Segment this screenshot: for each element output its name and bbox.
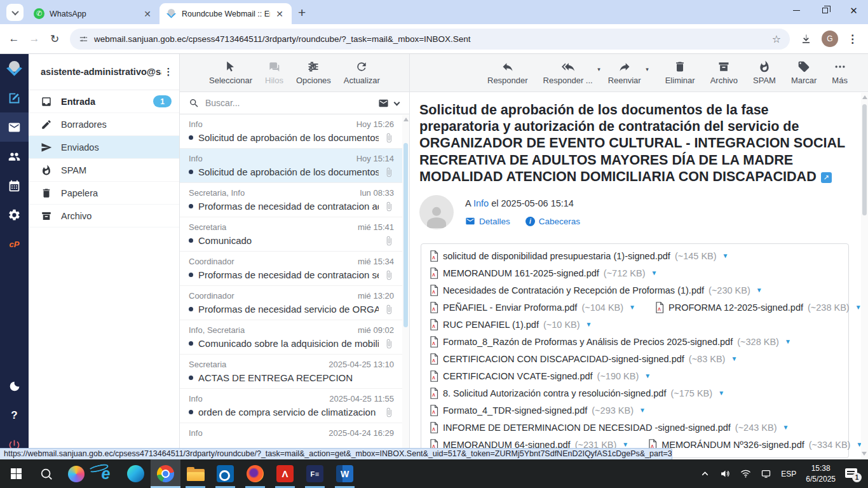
attachment-link[interactable]: ΛRUC PENAFIEL (1).pdf(~10 KB)▼ xyxy=(429,319,592,330)
attachment-link[interactable]: ΛFormato_4_TDR-signed-signed.pdf(~293 KB… xyxy=(429,405,646,416)
attachment-menu-caret-icon[interactable]: ▼ xyxy=(651,269,658,276)
attachment-menu-caret-icon[interactable]: ▼ xyxy=(783,424,789,431)
attachment-link[interactable]: ΛCERTIFICACION VCATE-signed.pdf(~190 KB)… xyxy=(429,370,651,382)
options-button[interactable]: Opciones xyxy=(296,60,331,85)
reading-scrollbar[interactable] xyxy=(861,93,868,459)
archive-button[interactable]: Archivo xyxy=(710,60,738,85)
contacts-nav-button[interactable] xyxy=(0,142,29,171)
word-button[interactable]: W xyxy=(330,459,360,488)
close-tab-icon[interactable]: ✕ xyxy=(142,10,153,18)
attachment-menu-caret-icon[interactable]: ▼ xyxy=(629,304,635,311)
attachment-link[interactable]: ΛMEMORANDUM 161-2025-signed.pdf(~712 KB)… xyxy=(429,268,657,279)
dropdown-caret-icon[interactable]: ▾ xyxy=(597,66,600,72)
reload-button[interactable]: ↻ xyxy=(44,29,65,49)
message-row[interactable]: Info, Secretariamié 09:02 Comunicado sob… xyxy=(180,320,409,355)
attachment-link[interactable]: ΛCERTIFICACION CON DISCAPACIDAD-signed-s… xyxy=(429,353,737,365)
copilot-button[interactable] xyxy=(61,459,91,488)
folder-borradores[interactable]: Borradores xyxy=(29,113,179,136)
profile-avatar[interactable]: G xyxy=(822,30,838,47)
details-toggle[interactable]: Detalles xyxy=(465,216,510,226)
dark-mode-button[interactable] xyxy=(0,372,29,401)
outlook-button[interactable] xyxy=(210,459,240,488)
acrobat-button[interactable]: Λ xyxy=(270,459,300,488)
attachment-link[interactable]: ΛFormato_8_Razón de Proformas y Análisis… xyxy=(429,336,791,348)
tab-roundcube[interactable]: Roundcube Webmail :: Enviados ✕ xyxy=(159,3,292,24)
fes-app-button[interactable]: F≡ xyxy=(300,459,330,488)
message-row[interactable]: Coordinadormié 15:34 Proformas de necesi… xyxy=(180,252,409,286)
forward-button[interactable]: Reenviar ▾ xyxy=(608,60,641,85)
volume-icon[interactable] xyxy=(720,468,731,479)
more-button[interactable]: Más xyxy=(832,60,848,85)
attachment-menu-caret-icon[interactable]: ▼ xyxy=(644,372,651,379)
scroll-up-icon[interactable] xyxy=(403,118,409,121)
attachment-menu-caret-icon[interactable]: ▼ xyxy=(622,441,628,448)
attachment-link[interactable]: ΛMEMORÁNDUM Nº326-signed.pdf(~334 KB)▼ xyxy=(648,439,862,451)
reply-all-button[interactable]: Responder ... ▾ xyxy=(543,60,593,85)
wifi-icon[interactable] xyxy=(740,468,751,479)
mark-button[interactable]: Marcar xyxy=(791,60,817,85)
message-row[interactable]: Secretaria, Infolun 08:33 Proformas de n… xyxy=(180,183,409,217)
list-scrollbar[interactable] xyxy=(402,115,409,459)
refresh-button[interactable]: Actualizar xyxy=(344,60,380,85)
attachment-link[interactable]: ΛINFORME DE DETERMINACION DE NECESIDAD -… xyxy=(429,422,789,433)
firefox-button[interactable] xyxy=(240,459,270,488)
url-text[interactable]: webmail.sanjuan.gob.ec/cpsess4713464511/… xyxy=(94,34,761,44)
action-center-button[interactable]: 1 xyxy=(845,467,860,481)
clock[interactable]: 15:38 6/5/2025 xyxy=(806,463,836,484)
attachment-link[interactable]: Λsolicitud de disponibilidad presupuesta… xyxy=(429,250,729,262)
roundcube-logo[interactable] xyxy=(0,54,29,83)
message-row[interactable]: Secretaria2025-04-25 13:10 ACTAS DE ENTR… xyxy=(180,355,409,389)
scrollbar-thumb[interactable] xyxy=(403,143,408,327)
minimize-button[interactable] xyxy=(782,0,811,21)
search-scope-envelope-icon[interactable] xyxy=(378,98,389,109)
bookmark-star-icon[interactable]: ☆ xyxy=(767,33,786,45)
scrollbar-thumb[interactable] xyxy=(862,104,867,215)
forward-button[interactable]: → xyxy=(24,29,44,49)
attachment-menu-caret-icon[interactable]: ▼ xyxy=(731,355,737,362)
start-button[interactable] xyxy=(1,459,31,488)
folder-entrada[interactable]: Entrada 1 xyxy=(29,90,179,113)
tab-whatsapp[interactable]: ✆ WhatsApp ✕ xyxy=(27,3,159,24)
headers-toggle[interactable]: i Cabeceras xyxy=(526,217,580,226)
keyboard-language[interactable]: ESP xyxy=(781,470,796,478)
folder-spam[interactable]: SPAM xyxy=(29,159,179,182)
close-window-button[interactable]: ✕ xyxy=(839,0,868,21)
restore-button[interactable] xyxy=(811,0,839,21)
cpanel-button[interactable]: cP xyxy=(0,229,29,259)
file-explorer-button[interactable] xyxy=(180,459,210,488)
compose-button[interactable] xyxy=(0,83,29,112)
calendar-nav-button[interactable] xyxy=(0,171,29,200)
search-input[interactable] xyxy=(205,98,372,108)
scroll-down-icon[interactable] xyxy=(862,452,867,456)
select-button[interactable]: Seleccionar xyxy=(209,60,252,85)
close-tab-icon[interactable]: ✕ xyxy=(274,10,285,18)
open-in-new-window-icon[interactable]: ↗ xyxy=(821,172,832,183)
attachment-link[interactable]: ΛPEÑAFIEL - Enviar Proforma.pdf(~104 KB)… xyxy=(429,302,635,313)
search-options-chevron-icon[interactable] xyxy=(394,99,400,105)
edge-button[interactable] xyxy=(121,459,151,488)
message-row[interactable]: InfoHoy 15:26 Solicitud de aprobación de… xyxy=(180,114,409,149)
chevron-up-icon[interactable] xyxy=(700,468,710,479)
message-row[interactable]: Coordinadormié 13:20 Proformas de necesi… xyxy=(180,286,409,320)
attachment-link[interactable]: Λ8. Solicitud Autorización contra y reso… xyxy=(429,388,724,399)
chrome-button[interactable] xyxy=(151,459,180,488)
site-settings-icon[interactable] xyxy=(79,34,88,44)
message-row-selected[interactable]: InfoHoy 15:14 Solicitud de aprobación de… xyxy=(180,149,409,183)
attachment-link[interactable]: ΛPROFORMA 12-2025-signed.pdf(~238 KB)▼ xyxy=(654,302,862,313)
tab-search-button[interactable] xyxy=(6,4,24,21)
browser-menu-button[interactable]: ⋮ xyxy=(843,32,862,46)
threads-button[interactable]: Hilos xyxy=(265,60,283,85)
account-menu-button[interactable]: ⋮ xyxy=(161,66,175,78)
attachment-menu-caret-icon[interactable]: ▼ xyxy=(639,407,646,414)
message-row[interactable]: Secretariamié 15:41 Comunicado xyxy=(180,217,409,252)
help-button[interactable]: ? xyxy=(0,401,29,430)
back-button[interactable]: ← xyxy=(4,29,24,49)
recipient-link[interactable]: Info xyxy=(473,198,489,208)
folder-papelera[interactable]: Papelera xyxy=(29,182,179,205)
attachment-menu-caret-icon[interactable]: ▼ xyxy=(756,287,763,294)
address-bar[interactable]: webmail.sanjuan.gob.ec/cpsess4713464511/… xyxy=(70,29,790,50)
internet-explorer-button[interactable]: e xyxy=(91,459,121,488)
new-tab-button[interactable]: + xyxy=(298,6,306,19)
attachment-menu-caret-icon[interactable]: ▼ xyxy=(718,390,724,396)
attachment-menu-caret-icon[interactable]: ▼ xyxy=(785,338,791,345)
